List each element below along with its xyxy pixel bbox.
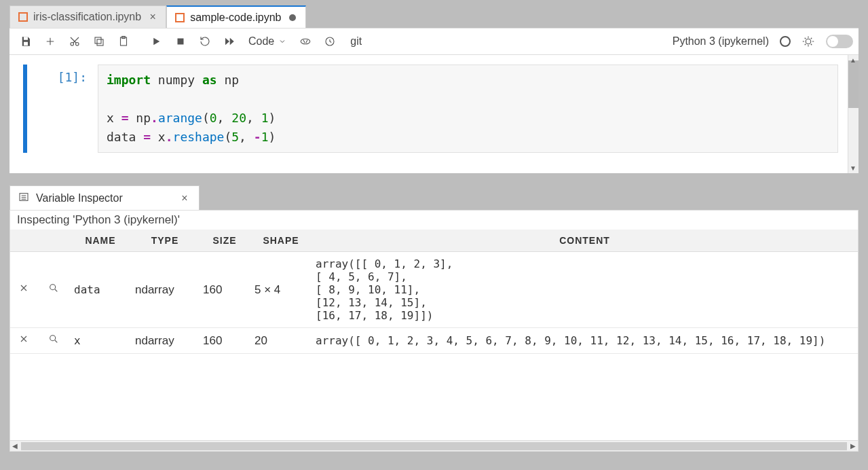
close-icon[interactable]: × (147, 11, 159, 23)
cell-prompt: [1]: (34, 65, 98, 153)
notebook-icon (18, 12, 28, 22)
file-tab-1[interactable]: sample-code.ipynb (166, 5, 306, 28)
svg-rect-5 (95, 37, 101, 43)
toggle-switch[interactable] (826, 35, 853, 48)
cell-type-select[interactable]: Code (243, 35, 292, 48)
scroll-down-icon[interactable]: ▼ (850, 164, 856, 172)
cut-icon[interactable] (64, 31, 86, 52)
file-tabs: iris-classification.ipynb×sample-code.ip… (0, 5, 868, 28)
var-shape: 5 × 4 (250, 252, 312, 328)
var-size: 160 (199, 328, 250, 354)
col-name[interactable]: NAME (70, 230, 131, 252)
run-all-icon[interactable] (219, 31, 240, 52)
code-cell[interactable]: [1]: import numpy as np x = np.arange(0,… (23, 65, 838, 153)
col-size[interactable]: SIZE (199, 230, 250, 252)
kernel-status-idle-icon[interactable] (780, 36, 791, 47)
copy-icon[interactable] (88, 31, 110, 52)
scroll-up-icon[interactable]: ▲ (850, 56, 856, 64)
inspector-caption: Inspecting 'Python 3 (ipykernel)' (10, 211, 858, 230)
inspector-body: Inspecting 'Python 3 (ipykernel)' NAME T… (10, 210, 858, 452)
svg-point-13 (50, 285, 56, 290)
var-type: ndarray (131, 252, 199, 328)
var-name: data (70, 252, 131, 328)
table-row: datandarray1605 × 4array([[ 0, 1, 2, 3],… (10, 252, 858, 328)
delete-variable-icon[interactable] (18, 334, 29, 347)
var-content: array([[ 0, 1, 2, 3], [ 4, 5, 6, 7], [ 8… (312, 252, 858, 328)
svg-rect-4 (97, 39, 103, 46)
table-header-row: NAME TYPE SIZE SHAPE CONTENT (10, 230, 858, 252)
cell-type-label: Code (248, 35, 274, 48)
list-icon (18, 192, 29, 205)
scroll-thumb[interactable] (848, 60, 858, 108)
restart-icon[interactable] (194, 31, 216, 52)
dirty-indicator-icon (289, 14, 296, 21)
file-tab-0[interactable]: iris-classification.ipynb× (10, 5, 166, 28)
svg-rect-1 (24, 42, 28, 46)
inspector-tab-label: Variable Inspector (36, 192, 172, 204)
svg-point-9 (301, 39, 311, 44)
inspect-variable-icon[interactable] (48, 334, 59, 347)
variable-inspector-panel: Variable Inspector × Inspecting 'Python … (0, 185, 868, 452)
scroll-right-icon[interactable]: ▶ (848, 442, 858, 450)
close-icon[interactable]: × (178, 192, 191, 204)
save-icon[interactable] (15, 31, 37, 52)
var-type: ndarray (131, 328, 199, 354)
render-icon[interactable] (295, 31, 316, 52)
svg-point-14 (50, 336, 56, 341)
run-icon[interactable] (145, 31, 167, 52)
debug-icon[interactable] (797, 31, 819, 52)
col-type[interactable]: TYPE (131, 230, 199, 252)
tab-label: sample-code.ipynb (190, 12, 281, 24)
tab-variable-inspector[interactable]: Variable Inspector × (10, 185, 200, 210)
inspect-variable-icon[interactable] (48, 283, 59, 296)
var-name: x (70, 328, 131, 354)
notebook-toolbar: Code git Python 3 (ipykernel) (10, 28, 858, 55)
horizontal-scrollbar[interactable]: ◀ ▶ (10, 440, 858, 451)
git-label[interactable]: git (343, 35, 369, 48)
delete-variable-icon[interactable] (18, 283, 29, 296)
add-cell-icon[interactable] (39, 31, 61, 52)
svg-rect-8 (178, 39, 184, 45)
var-shape: 20 (250, 328, 312, 354)
stop-icon[interactable] (170, 31, 191, 52)
vertical-scrollbar[interactable]: ▲ ▼ (848, 55, 858, 173)
variable-table: NAME TYPE SIZE SHAPE CONTENT datandarray… (10, 230, 858, 354)
chevron-down-icon (278, 37, 286, 46)
notebook-panel: iris-classification.ipynb×sample-code.ip… (0, 0, 868, 173)
clock-icon[interactable] (319, 31, 341, 52)
paste-icon[interactable] (113, 31, 134, 52)
code-editor[interactable]: import numpy as np x = np.arange(0, 20, … (98, 65, 838, 153)
scroll-left-icon[interactable]: ◀ (10, 442, 20, 450)
cell-select-bar[interactable] (23, 65, 27, 153)
table-row: xndarray16020array([ 0, 1, 2, 3, 4, 5, 6… (10, 328, 858, 354)
var-size: 160 (199, 252, 250, 328)
tab-label: iris-classification.ipynb (33, 11, 141, 23)
inspector-tabs: Variable Inspector × (0, 185, 868, 210)
var-content: array([ 0, 1, 2, 3, 4, 5, 6, 7, 8, 9, 10… (312, 328, 858, 354)
kernel-name[interactable]: Python 3 (ipykernel) (673, 35, 773, 48)
hscroll-thumb[interactable] (21, 442, 847, 450)
col-shape[interactable]: SHAPE (250, 230, 312, 252)
col-content[interactable]: CONTENT (312, 230, 858, 252)
notebook-icon (175, 13, 185, 22)
svg-rect-0 (24, 37, 28, 40)
svg-point-11 (806, 39, 811, 44)
notebook-body: [1]: import numpy as np x = np.arange(0,… (10, 55, 858, 173)
